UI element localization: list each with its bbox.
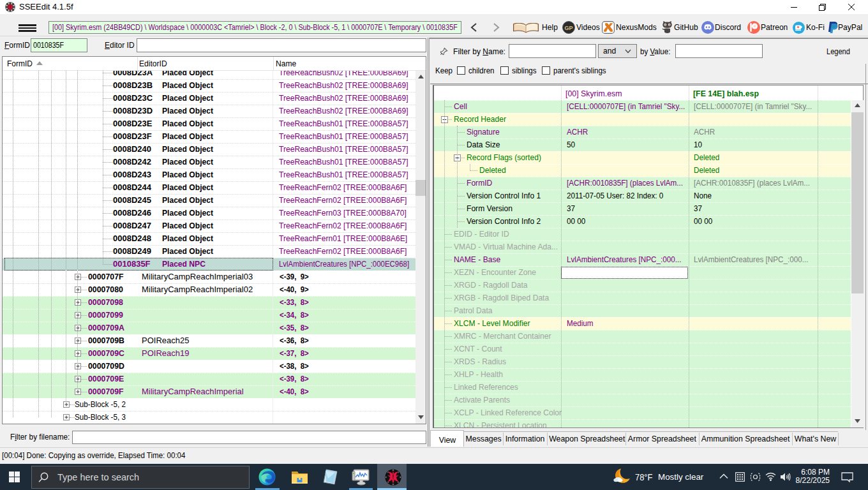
svg-text:GP: GP <box>564 25 572 31</box>
